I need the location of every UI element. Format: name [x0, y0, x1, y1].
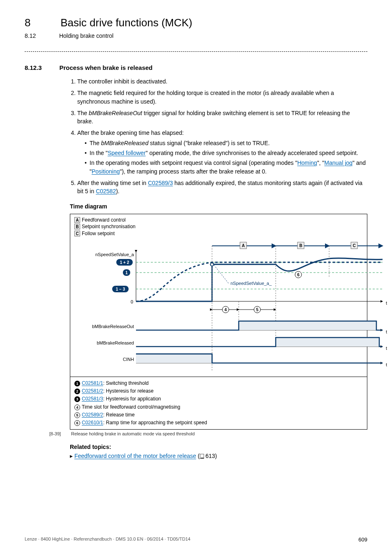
list-item: After the waiting time set in C02589/3 h… [77, 179, 367, 196]
link-manual-jog[interactable]: Manual jog [324, 160, 353, 166]
svg-text:C: C [353, 243, 355, 248]
list-item: The bMBrakeReleased status signal ("brak… [85, 139, 367, 147]
circle-6-icon: 6 [74, 420, 80, 426]
list-item: In the operating modes with setpoint req… [85, 159, 367, 176]
diagram-svg: A B C nSpeedSetValue_a 0 t [70, 240, 367, 377]
chapter-title-text: Basic drive functions (MCK) [60, 16, 192, 29]
svg-text:1 − 3: 1 − 3 [116, 287, 125, 291]
related-topics: Related topics: ▸ Feedforward control of… [70, 444, 367, 459]
link-positioning[interactable]: Positioning [92, 168, 120, 175]
subsection-number: 8.12.3 [25, 64, 58, 71]
keycap-c-icon: C [74, 231, 80, 236]
svg-text:t: t [386, 346, 387, 351]
svg-text:bMBrakeReleaseOut: bMBrakeReleaseOut [92, 324, 134, 329]
related-heading: Related topics: [70, 444, 367, 450]
list-item: In the "Speed follower" operating mode, … [85, 149, 367, 157]
list-item: The controller inhibit is deactivated. [77, 77, 367, 86]
circle-1-icon: 1 [74, 381, 80, 386]
svg-text:4: 4 [224, 308, 227, 312]
diagram-container: AFeedforward control BSetpoint synchroni… [70, 214, 367, 430]
subsection-title-text: Process when brake is released [59, 64, 152, 71]
figure-caption-text: Release holding brake in automatic mode … [71, 431, 195, 436]
keycap-b-icon: B [74, 224, 80, 229]
chapter-number: 8 [25, 16, 58, 29]
figure-caption: [8-39] Release holding brake in automati… [49, 431, 367, 436]
link-c02581-1[interactable]: C02581/1 [82, 380, 103, 386]
list-item: The magnetic field required for the hold… [77, 89, 367, 106]
svg-text:B: B [299, 243, 302, 248]
link-c02589-2[interactable]: C02589/2 [82, 412, 103, 418]
svg-text:CINH: CINH [123, 357, 134, 362]
circle-2-icon: 2 [74, 388, 80, 394]
section-title-text: Holding brake control [59, 32, 113, 39]
list-item: After the brake opening time has elapsed… [77, 129, 367, 175]
svg-text:1 + 2: 1 + 2 [120, 260, 129, 265]
svg-text:6: 6 [297, 273, 300, 277]
content-body: The controller inhibit is deactivated. T… [70, 77, 367, 196]
page-footer: Lenze · 8400 HighLine · Referenzhandbuch… [25, 536, 367, 543]
link-speed-follower[interactable]: Speed follower [108, 150, 146, 156]
link-c02589-3[interactable]: C02589/3 [148, 180, 173, 186]
diagram-legend-top: AFeedforward control BSetpoint synchroni… [70, 214, 367, 240]
svg-text:5: 5 [256, 308, 258, 312]
link-feedforward[interactable]: Feedforward control of the motor before … [74, 453, 196, 459]
circle-3-icon: 3 [74, 396, 80, 402]
link-c02610-1[interactable]: C02610/1 [82, 420, 103, 426]
section-number: 8.12 [25, 32, 58, 39]
figure-number: [8-39] [49, 431, 70, 436]
svg-text:bMBrakeReleased: bMBrakeReleased [97, 340, 134, 345]
diagram-legend-bottom: 1C02581/1: Switching threshold 2C02581/2… [70, 377, 367, 429]
arrow-icon: ▸ [70, 453, 74, 459]
svg-text:0: 0 [131, 299, 133, 304]
divider [25, 51, 367, 52]
circle-5-icon: 5 [74, 412, 80, 418]
svg-text:t: t [386, 362, 387, 367]
circle-4-icon: 4 [74, 405, 80, 410]
link-c02581-2[interactable]: C02581/2 [82, 388, 103, 394]
keycap-a-icon: A [74, 217, 80, 223]
footer-page-number: 609 [358, 536, 367, 543]
list-item: The bMBrakeReleaseOut trigger signal for… [77, 109, 367, 126]
footer-text: Lenze · 8400 HighLine · Referenzhandbuch… [25, 536, 190, 543]
page-icon [200, 453, 205, 458]
svg-text:1: 1 [125, 271, 128, 275]
svg-text:t: t [386, 329, 387, 334]
link-homing[interactable]: Homing [297, 160, 317, 166]
section-line: 8.12 Holding brake control [25, 32, 367, 39]
time-diagram-heading: Time diagram [70, 203, 367, 210]
svg-text:t: t [386, 301, 387, 305]
svg-line-23 [213, 264, 228, 283]
link-c02582[interactable]: C02582 [96, 188, 116, 194]
svg-label-nspeed: nSpeedSetValue_a [95, 252, 134, 257]
svg-rect-46 [201, 458, 204, 459]
svg-text:nSpeedSetValue_a_: nSpeedSetValue_a_ [231, 281, 272, 286]
subsection-heading: 8.12.3 Process when brake is released [25, 64, 367, 72]
svg-label-a: A [242, 243, 244, 248]
chapter-heading: 8 Basic drive functions (MCK) [25, 16, 367, 29]
link-c02581-3[interactable]: C02581/3 [82, 396, 103, 402]
